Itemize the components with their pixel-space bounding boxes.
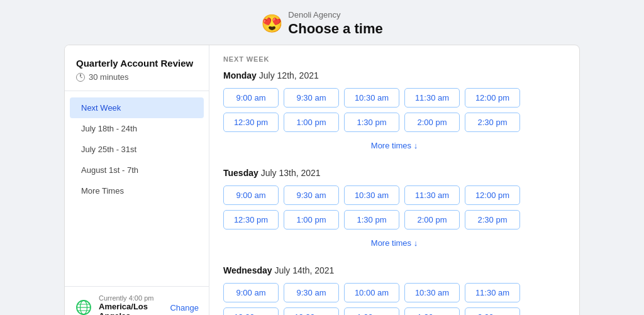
nav-list: Next WeekJuly 18th - 24thJuly 25th - 31s… bbox=[65, 91, 209, 286]
time-btn-1-0[interactable]: 9:00 am bbox=[223, 185, 279, 205]
time-btn-2-6[interactable]: 12:30 pm bbox=[284, 307, 339, 315]
time-btn-2-3[interactable]: 10:30 am bbox=[404, 283, 460, 302]
time-btn-1-9[interactable]: 2:30 pm bbox=[465, 210, 520, 229]
timezone-current: Currently 4:00 pm bbox=[99, 294, 164, 302]
more-times-button-0[interactable]: More times ↓ bbox=[223, 138, 565, 153]
time-btn-0-4[interactable]: 12:00 pm bbox=[465, 88, 520, 108]
time-btn-0-1[interactable]: 9:30 am bbox=[284, 88, 339, 108]
time-btn-0-9[interactable]: 2:30 pm bbox=[465, 113, 520, 132]
timezone-name: America/Los Angeles bbox=[99, 302, 164, 315]
time-btn-2-5[interactable]: 12:00 pm bbox=[223, 307, 279, 315]
time-grid-0: 9:00 am9:30 am10:30 am11:30 am12:00 pm12… bbox=[223, 88, 565, 132]
time-btn-0-5[interactable]: 12:30 pm bbox=[223, 113, 279, 132]
nav-item-3[interactable]: August 1st - 7th bbox=[70, 160, 204, 180]
main-container: Quarterly Account Review 30 minutes Next… bbox=[64, 45, 580, 315]
event-title: Quarterly Account Review bbox=[76, 58, 197, 69]
time-btn-1-5[interactable]: 12:30 pm bbox=[223, 210, 279, 229]
time-btn-0-6[interactable]: 1:00 pm bbox=[284, 113, 339, 132]
time-btn-0-0[interactable]: 9:00 am bbox=[223, 88, 279, 108]
days-container: Monday July 12th, 20219:00 am9:30 am10:3… bbox=[223, 70, 565, 315]
time-btn-1-1[interactable]: 9:30 am bbox=[284, 185, 339, 205]
time-btn-1-3[interactable]: 11:30 am bbox=[404, 185, 460, 205]
change-timezone-button[interactable]: Change bbox=[170, 303, 199, 312]
day-heading-0: Monday July 12th, 2021 bbox=[223, 70, 565, 80]
time-btn-2-0[interactable]: 9:00 am bbox=[223, 283, 279, 302]
timezone-footer: Currently 4:00 pm America/Los Angeles Ch… bbox=[65, 286, 209, 315]
agency-name: Denoli Agency bbox=[288, 10, 382, 19]
day-section-1: Tuesday July 13th, 20219:00 am9:30 am10:… bbox=[223, 168, 565, 250]
section-label: NEXT WEEK bbox=[223, 55, 565, 63]
time-btn-0-3[interactable]: 11:30 am bbox=[404, 88, 460, 108]
time-btn-1-8[interactable]: 2:00 pm bbox=[404, 210, 460, 229]
page-header: 😍 Denoli Agency Choose a time bbox=[261, 0, 382, 45]
page-title: Choose a time bbox=[288, 21, 382, 37]
time-btn-2-7[interactable]: 1:00 pm bbox=[344, 307, 399, 315]
event-info: Quarterly Account Review 30 minutes bbox=[65, 45, 209, 91]
time-grid-1: 9:00 am9:30 am10:30 am11:30 am12:00 pm12… bbox=[223, 185, 565, 229]
day-section-2: Wednesday July 14th, 20219:00 am9:30 am1… bbox=[223, 265, 565, 315]
event-duration: 30 minutes bbox=[76, 72, 197, 82]
time-btn-2-2[interactable]: 10:00 am bbox=[344, 283, 399, 302]
clock-icon bbox=[76, 73, 85, 82]
duration-label: 30 minutes bbox=[89, 72, 129, 82]
brand-row: 😍 Denoli Agency Choose a time bbox=[261, 10, 382, 37]
more-times-button-1[interactable]: More times ↓ bbox=[223, 236, 565, 250]
time-btn-1-4[interactable]: 12:00 pm bbox=[465, 185, 520, 205]
time-btn-1-7[interactable]: 1:30 pm bbox=[344, 210, 399, 229]
time-btn-2-9[interactable]: 2:00 pm bbox=[465, 307, 520, 315]
globe-icon bbox=[75, 299, 92, 315]
nav-item-1[interactable]: July 18th - 24th bbox=[70, 118, 204, 139]
right-panel: NEXT WEEK Monday July 12th, 20219:00 am9… bbox=[209, 45, 579, 315]
time-btn-0-2[interactable]: 10:30 am bbox=[344, 88, 399, 108]
day-heading-2: Wednesday July 14th, 2021 bbox=[223, 265, 565, 275]
nav-item-0[interactable]: Next Week bbox=[70, 97, 204, 118]
time-btn-2-8[interactable]: 1:30 pm bbox=[404, 307, 460, 315]
left-panel: Quarterly Account Review 30 minutes Next… bbox=[65, 45, 209, 315]
time-btn-0-8[interactable]: 2:00 pm bbox=[404, 113, 460, 132]
nav-item-4[interactable]: More Times bbox=[70, 180, 204, 201]
day-heading-1: Tuesday July 13th, 2021 bbox=[223, 168, 565, 178]
nav-item-2[interactable]: July 25th - 31st bbox=[70, 139, 204, 160]
time-btn-1-2[interactable]: 10:30 am bbox=[344, 185, 399, 205]
time-btn-2-4[interactable]: 11:30 am bbox=[465, 283, 520, 302]
day-section-0: Monday July 12th, 20219:00 am9:30 am10:3… bbox=[223, 70, 565, 153]
brand-emoji: 😍 bbox=[261, 13, 283, 34]
time-btn-1-6[interactable]: 1:00 pm bbox=[284, 210, 339, 229]
time-btn-2-1[interactable]: 9:30 am bbox=[284, 283, 339, 302]
time-btn-0-7[interactable]: 1:30 pm bbox=[344, 113, 399, 132]
time-grid-2: 9:00 am9:30 am10:00 am10:30 am11:30 am12… bbox=[223, 283, 565, 315]
timezone-info: Currently 4:00 pm America/Los Angeles bbox=[99, 294, 164, 315]
